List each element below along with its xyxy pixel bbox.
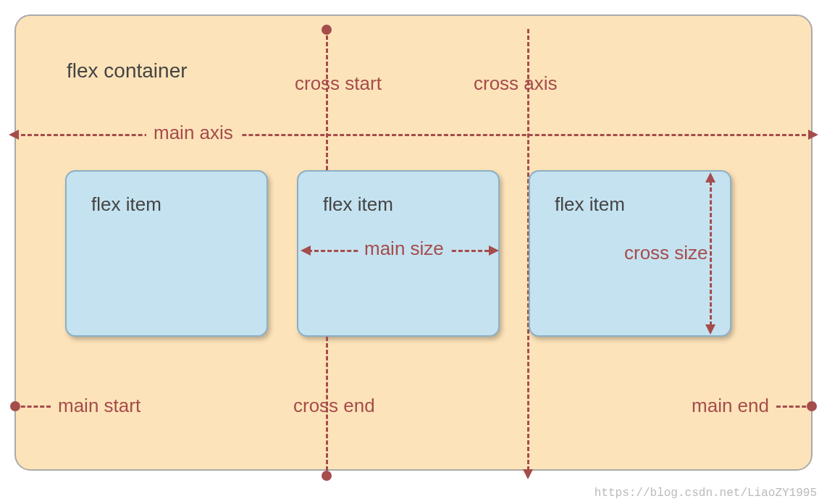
main-axis-label: main axis (146, 122, 240, 144)
diagram-stage: flex container cross start cross axis ma… (7, 7, 820, 478)
main-start-label: main start (58, 395, 140, 417)
main-end-label: main end (692, 395, 769, 417)
main-axis-arrow-left (9, 130, 19, 140)
main-start-dot (10, 401, 20, 411)
flex-item-2-label: flex item (323, 193, 393, 216)
cross-size-label: cross size (624, 242, 708, 264)
flex-item-1-label: flex item (91, 193, 161, 216)
cross-axis-arrow-down (523, 469, 533, 479)
main-end-dot (807, 401, 817, 411)
watermark-text: https://blog.csdn.net/LiaoZY1995 (595, 487, 817, 500)
cross-end-dot (322, 471, 332, 481)
cross-start-dot (322, 25, 332, 35)
main-size-arrow-left (301, 245, 311, 256)
cross-axis-label: cross axis (474, 72, 558, 95)
flex-item-3-label: flex item (555, 193, 625, 216)
cross-size-arrow-down (705, 324, 715, 335)
cross-size-line (710, 181, 712, 326)
main-axis-arrow-right (808, 130, 818, 140)
container-title: flex container (67, 59, 188, 83)
cross-end-label: cross end (293, 395, 375, 417)
main-axis-line (14, 134, 813, 136)
main-size-arrow-right (489, 245, 499, 256)
main-size-label: main size (358, 238, 450, 260)
cross-start-label: cross start (295, 72, 382, 95)
flex-item-1: flex item (65, 170, 268, 337)
cross-size-arrow-up (705, 172, 715, 182)
cross-start-line (326, 29, 328, 170)
